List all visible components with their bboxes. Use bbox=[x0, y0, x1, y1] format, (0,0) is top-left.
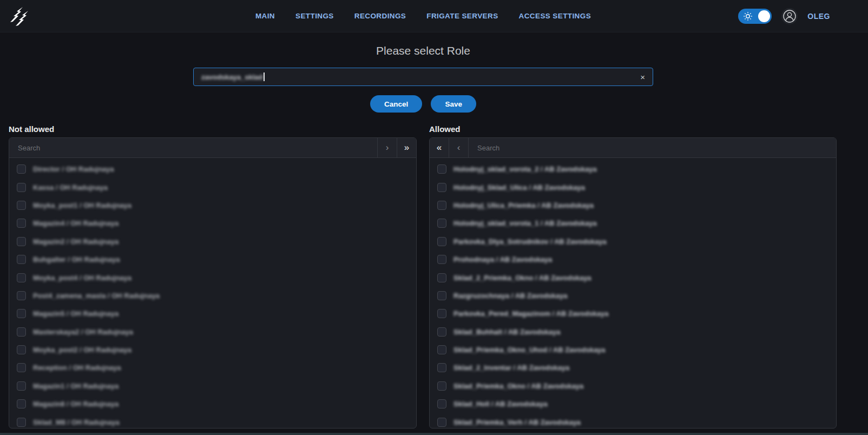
list-item[interactable]: Holodnyj_sklad_vorota_1 / AB Zavodskaya bbox=[430, 214, 836, 232]
checkbox[interactable] bbox=[17, 164, 26, 174]
dialog-buttons: Cancel Save bbox=[0, 95, 857, 113]
transfer-panels: Not allowed › » Director / OH Radujnaya … bbox=[9, 124, 859, 429]
checkbox[interactable] bbox=[437, 345, 446, 354]
tab-recordings[interactable]: RECORDINGS bbox=[354, 12, 406, 20]
list-item[interactable]: Magazin5 / OH Radujnaya bbox=[9, 305, 416, 322]
checkbox[interactable] bbox=[17, 363, 26, 372]
not-allowed-list: Director / OH Radujnaya Kassa / OH Raduj… bbox=[9, 158, 416, 428]
checkbox[interactable] bbox=[17, 237, 26, 246]
list-item[interactable]: Sklad_2_Inventar / AB Zavodskaya bbox=[430, 359, 836, 377]
checkbox[interactable] bbox=[17, 418, 26, 427]
top-navbar: MAIN SETTINGS RECORDINGS FRIGATE SERVERS… bbox=[0, 0, 868, 32]
checkbox[interactable] bbox=[17, 327, 26, 337]
list-item[interactable]: Magazin1 / OH Radujnaya bbox=[9, 377, 416, 395]
role-input[interactable]: zavodskaya_sklad × bbox=[193, 68, 653, 86]
checkbox[interactable] bbox=[437, 309, 446, 318]
checkbox[interactable] bbox=[17, 345, 26, 354]
tab-main[interactable]: MAIN bbox=[255, 12, 275, 20]
checkbox[interactable] bbox=[17, 255, 26, 264]
checkbox[interactable] bbox=[437, 291, 446, 300]
text-caret bbox=[264, 72, 265, 81]
checkbox[interactable] bbox=[17, 381, 26, 391]
list-item[interactable]: Parkovka_Dlya_Sotrudnikov / AB Zavodskay… bbox=[430, 233, 836, 251]
checkbox[interactable] bbox=[17, 183, 26, 192]
bottom-scrollbar[interactable] bbox=[0, 433, 868, 435]
not-allowed-panel: › » Director / OH Radujnaya Kassa / OH R… bbox=[9, 137, 417, 429]
checkbox[interactable] bbox=[437, 164, 446, 174]
list-item[interactable]: Holodnyj_sklad_vorota_2 / AB Zavodskaya bbox=[430, 160, 836, 178]
allowed-list: Holodnyj_sklad_vorota_2 / AB Zavodskaya … bbox=[430, 158, 836, 428]
checkbox[interactable] bbox=[437, 327, 446, 337]
checkbox[interactable] bbox=[17, 291, 26, 300]
move-selected-right-icon[interactable]: › bbox=[377, 138, 397, 157]
allowed-panel: « ‹ Holodnyj_sklad_vorota_2 / AB Zavodsk… bbox=[429, 137, 837, 429]
checkbox[interactable] bbox=[17, 273, 26, 282]
list-item[interactable]: Moyka_post2 / OH Radujnaya bbox=[9, 341, 416, 359]
list-item[interactable]: Holodnyj_Sklad_Ulica / AB Zavodskaya bbox=[430, 178, 836, 196]
move-selected-left-icon[interactable]: ‹ bbox=[449, 138, 469, 157]
tab-frigate-servers[interactable]: FRIGATE SERVERS bbox=[426, 12, 498, 20]
move-all-left-icon[interactable]: « bbox=[430, 138, 449, 157]
list-item[interactable]: Sklad_Priemka_Okno_Uhod / AB Zavodskaya bbox=[430, 341, 836, 359]
list-item[interactable]: Sklad_M8 / OH Radujnaya bbox=[9, 413, 416, 428]
allowed-column: Allowed « ‹ Holodnyj_sklad_vorota_2 / AB… bbox=[429, 124, 837, 429]
page-title: Please select Role bbox=[0, 44, 857, 57]
list-item[interactable]: Sklad_Priemka_Verh / AB Zavodskaya bbox=[430, 413, 836, 428]
checkbox[interactable] bbox=[437, 237, 446, 246]
tab-settings[interactable]: SETTINGS bbox=[295, 12, 334, 20]
list-item[interactable]: Sklad_Priemka_Okno / AB Zavodskaya bbox=[430, 377, 836, 395]
not-allowed-header: › » bbox=[9, 138, 416, 158]
toggle-knob bbox=[758, 10, 770, 22]
checkbox[interactable] bbox=[437, 418, 446, 427]
list-item[interactable]: Magazin2 / OH Radujnaya bbox=[9, 233, 416, 251]
cancel-button[interactable]: Cancel bbox=[370, 95, 422, 113]
not-allowed-title: Not allowed bbox=[9, 124, 417, 134]
checkbox[interactable] bbox=[437, 255, 446, 264]
checkbox[interactable] bbox=[437, 399, 446, 408]
list-item[interactable]: Director / OH Radujnaya bbox=[9, 160, 416, 178]
list-item[interactable]: Moyka_post4 / OH Radujnaya bbox=[9, 268, 416, 286]
list-item[interactable]: Sklad_Buhhalt / AB Zavodskaya bbox=[430, 323, 836, 341]
nav-links: MAIN SETTINGS RECORDINGS FRIGATE SERVERS… bbox=[255, 12, 591, 20]
checkbox[interactable] bbox=[437, 273, 446, 282]
list-item[interactable]: Masterskaya2 / OH Radujnaya bbox=[9, 323, 416, 341]
list-item[interactable]: Prohodnaya / AB Zavodskaya bbox=[430, 251, 836, 268]
list-item[interactable]: Kassa / OH Radujnaya bbox=[9, 178, 416, 196]
list-item[interactable]: Holodnyj_Ulica_Priemka / AB Zavodskaya bbox=[430, 196, 836, 214]
checkbox[interactable] bbox=[17, 309, 26, 318]
list-item[interactable]: Reception / OH Radujnaya bbox=[9, 359, 416, 377]
allowed-header: « ‹ bbox=[430, 138, 836, 158]
checkbox[interactable] bbox=[17, 201, 26, 210]
nav-right-cluster: OLEG bbox=[738, 8, 830, 24]
tab-access-settings[interactable]: ACCESS SETTINGS bbox=[519, 12, 591, 20]
checkbox[interactable] bbox=[437, 363, 446, 372]
list-item[interactable]: Parkovka_Pered_Magazinom / AB Zavodskaya bbox=[430, 305, 836, 322]
list-item[interactable]: Moyka_post1 / OH Radujnaya bbox=[9, 196, 416, 214]
clear-icon[interactable]: × bbox=[640, 73, 645, 81]
allowed-title: Allowed bbox=[429, 124, 837, 134]
checkbox[interactable] bbox=[437, 183, 446, 192]
checkbox[interactable] bbox=[437, 381, 446, 391]
username-label[interactable]: OLEG bbox=[807, 12, 830, 21]
checkbox[interactable] bbox=[17, 219, 26, 228]
list-item[interactable]: Sklad_2_Priemka_Okno / AB Zavodskaya bbox=[430, 268, 836, 286]
list-item[interactable]: Magazin4 / OH Radujnaya bbox=[9, 214, 416, 232]
user-avatar-icon[interactable] bbox=[781, 8, 798, 24]
list-item[interactable]: Razgruzochnaya / AB Zavodskaya bbox=[430, 287, 836, 305]
move-all-right-icon[interactable]: » bbox=[397, 138, 416, 157]
list-item[interactable]: Sklad_Holl / AB Zavodskaya bbox=[430, 395, 836, 413]
theme-toggle[interactable] bbox=[738, 9, 772, 24]
sun-icon bbox=[743, 11, 753, 21]
not-allowed-search-input[interactable] bbox=[9, 138, 377, 157]
allowed-search-input[interactable] bbox=[469, 138, 836, 157]
not-allowed-column: Not allowed › » Director / OH Radujnaya … bbox=[9, 124, 417, 429]
list-item[interactable]: Magazin8 / OH Radujnaya bbox=[9, 395, 416, 413]
checkbox[interactable] bbox=[437, 219, 446, 228]
list-item[interactable]: Buhgalter / OH Radujnaya bbox=[9, 251, 416, 268]
checkbox[interactable] bbox=[437, 201, 446, 210]
role-input-value: zavodskaya_sklad bbox=[201, 73, 262, 81]
list-item[interactable]: Post4_zamena_masla / OH Radujnaya bbox=[9, 287, 416, 305]
frigate-logo-icon[interactable] bbox=[8, 4, 31, 28]
checkbox[interactable] bbox=[17, 399, 26, 408]
save-button[interactable]: Save bbox=[431, 95, 476, 113]
